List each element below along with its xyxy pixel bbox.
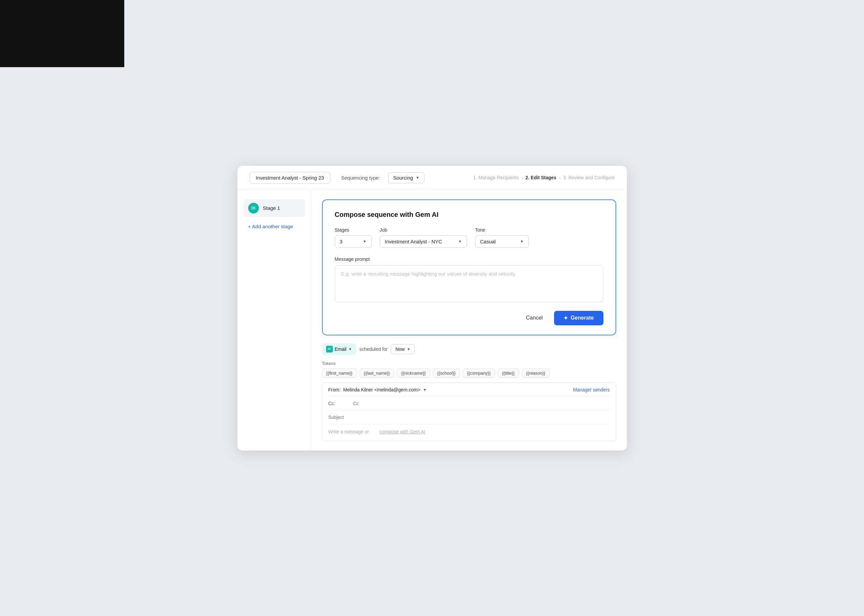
- from-row-inner: From: Melinda Kilner <melinda@gem.com> ▼…: [328, 387, 610, 393]
- token-title[interactable]: {{title}}: [498, 369, 519, 378]
- add-stage-button[interactable]: + Add another stage: [244, 222, 305, 231]
- email-compose-box: From: Melinda Kilner <melinda@gem.com> ▼…: [322, 382, 616, 441]
- stage-icon: ✉: [248, 203, 259, 214]
- stages-label: Stages: [335, 227, 372, 233]
- modal-footer: Cancel ✦ Generate: [335, 311, 603, 325]
- token-reason[interactable]: {{reason}}: [522, 369, 550, 378]
- sidebar: ✉ Stage 1 + Add another stage: [238, 190, 311, 451]
- header-bar: Investment Analyst - Spring 23 Sequencin…: [238, 166, 627, 190]
- subject-row: [328, 410, 610, 424]
- email-type-row: ✉ Email ▼ scheduled for Now ▼: [322, 343, 616, 355]
- body-placeholder-text: Write a message or: [328, 429, 369, 434]
- token-company[interactable]: {{company}}: [463, 369, 495, 378]
- sequencing-type-label: Sequencing type:: [341, 175, 380, 181]
- tone-form-group: Tone Casual ▼: [475, 227, 529, 248]
- ai-compose-modal: Compose sequence with Gem AI Stages 3 ▼ …: [322, 200, 616, 335]
- scheduled-label: scheduled for: [359, 346, 387, 352]
- manager-senders-link[interactable]: Manager senders: [573, 387, 610, 393]
- subject-input[interactable]: [328, 415, 610, 420]
- breadcrumb: 1. Manage Recipients › 2. Edit Stages › …: [473, 175, 614, 180]
- tokens-section: Tokens {{first_name}} {{last_name}} {{ni…: [322, 361, 616, 378]
- tone-select[interactable]: Casual ▼: [475, 235, 529, 248]
- job-label: Job: [380, 227, 467, 233]
- email-section: ✉ Email ▼ scheduled for Now ▼ Tokens {{f…: [322, 343, 616, 441]
- job-title-badge: Investment Analyst - Spring 23: [250, 172, 330, 184]
- cc-label: Cc:: [328, 401, 349, 406]
- breadcrumb-sep-1: ›: [521, 175, 523, 180]
- main-content: Compose sequence with Gem AI Stages 3 ▼ …: [311, 190, 627, 451]
- from-label: From:: [328, 387, 341, 393]
- job-form-group: Job Investment Analyst - NYC ▼: [380, 227, 467, 248]
- job-value: Investment Analyst - NYC: [385, 239, 442, 244]
- message-prompt-label: Message prompt: [335, 256, 603, 262]
- tone-chevron-icon: ▼: [520, 239, 524, 244]
- cancel-button[interactable]: Cancel: [520, 311, 549, 324]
- tokens-label: Tokens: [322, 361, 616, 366]
- token-last-name[interactable]: {{last_name}}: [360, 369, 394, 378]
- stage-1-item[interactable]: ✉ Stage 1: [244, 200, 305, 217]
- tone-value: Casual: [480, 239, 496, 244]
- breadcrumb-step-2[interactable]: 2. Edit Stages: [526, 175, 556, 180]
- breadcrumb-step-1[interactable]: 1. Manage Recipients: [473, 175, 518, 180]
- email-type-label: Email: [335, 346, 346, 352]
- stages-select[interactable]: 3 ▼: [335, 235, 372, 248]
- add-stage-label: + Add another stage: [248, 223, 293, 229]
- cc-input[interactable]: [353, 401, 610, 406]
- email-icon: ✉: [326, 346, 333, 352]
- generate-label: Generate: [571, 315, 594, 321]
- sequencing-type-dropdown[interactable]: Sourcing ▼: [388, 172, 425, 183]
- chevron-down-icon: ▼: [416, 176, 419, 179]
- form-row-top: Stages 3 ▼ Job Investment Analyst - NYC …: [335, 227, 603, 248]
- from-value: Melinda Kilner <melinda@gem.com>: [343, 387, 420, 393]
- message-prompt-textarea[interactable]: [335, 265, 603, 302]
- job-chevron-icon: ▼: [458, 239, 462, 244]
- stages-form-group: Stages 3 ▼: [335, 227, 372, 248]
- breadcrumb-step-3[interactable]: 3. Review and Configure: [563, 175, 614, 180]
- now-label: Now: [395, 346, 404, 352]
- sparkle-icon: ✦: [563, 315, 568, 321]
- token-school[interactable]: {{school}}: [433, 369, 460, 378]
- stage-label: Stage 1: [263, 205, 280, 211]
- email-badge-chevron-icon: ▼: [349, 347, 352, 351]
- generate-button[interactable]: ✦ Generate: [554, 311, 603, 325]
- tone-label: Tone: [475, 227, 529, 233]
- body-row: Write a message or compose with Gem AI: [328, 424, 610, 441]
- token-nickname[interactable]: {{nickname}}: [397, 369, 430, 378]
- tokens-list: {{first_name}} {{last_name}} {{nickname}…: [322, 369, 616, 378]
- from-row: From: Melinda Kilner <melinda@gem.com> ▼…: [328, 383, 610, 396]
- cc-row: Cc:: [328, 396, 610, 410]
- email-type-badge[interactable]: ✉ Email ▼: [322, 343, 356, 355]
- now-chevron-icon: ▼: [407, 347, 410, 351]
- stages-value: 3: [340, 239, 343, 244]
- from-chevron-icon[interactable]: ▼: [423, 388, 427, 392]
- sequencing-type-value: Sourcing: [393, 175, 413, 181]
- job-select[interactable]: Investment Analyst - NYC ▼: [380, 235, 467, 248]
- body-layout: ✉ Stage 1 + Add another stage Compose se…: [238, 190, 627, 451]
- token-first-name[interactable]: {{first_name}}: [322, 369, 357, 378]
- ai-modal-title: Compose sequence with Gem AI: [335, 211, 603, 218]
- now-dropdown[interactable]: Now ▼: [391, 344, 415, 354]
- stages-chevron-icon: ▼: [363, 239, 367, 244]
- compose-with-ai-link[interactable]: compose with Gem AI: [380, 429, 425, 434]
- from-name: From: Melinda Kilner <melinda@gem.com> ▼: [328, 387, 427, 393]
- breadcrumb-sep-2: ›: [559, 175, 560, 180]
